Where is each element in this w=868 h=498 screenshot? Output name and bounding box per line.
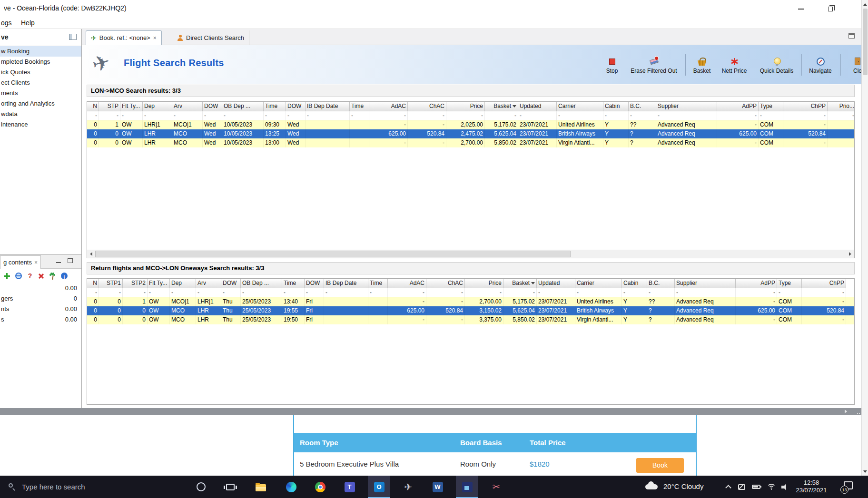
taskbar-search[interactable]: Type here to search: [22, 483, 85, 491]
filter-cell[interactable]: -: [518, 111, 557, 120]
scroll-right-icon[interactable]: [846, 250, 854, 258]
column-header[interactable]: Price: [465, 279, 503, 288]
column-header[interactable]: Time: [282, 279, 305, 288]
column-header[interactable]: B.C.: [647, 279, 675, 288]
battery-button[interactable]: [750, 476, 762, 498]
column-header[interactable]: Time: [368, 279, 388, 288]
column-header[interactable]: OB Dep ...: [222, 102, 264, 111]
column-header[interactable]: Basket: [503, 279, 537, 288]
scroll-right-icon[interactable]: [845, 410, 847, 413]
tab-direct-clients-search[interactable]: Direct Clients Search: [172, 30, 249, 45]
scrollbar-thumb[interactable]: [863, 9, 868, 75]
column-header[interactable]: Arv: [172, 102, 203, 111]
sidebar-item-new-booking[interactable]: w Booking: [0, 46, 81, 57]
column-header[interactable]: DOW: [221, 279, 241, 288]
collapse-panel-icon[interactable]: [69, 34, 77, 40]
column-header[interactable]: Time: [350, 102, 369, 111]
filter-cell[interactable]: -: [575, 288, 622, 297]
column-header[interactable]: STP: [99, 102, 120, 111]
column-header[interactable]: AdAC: [369, 102, 408, 111]
palm-tree-icon[interactable]: [49, 273, 56, 280]
filter-cell[interactable]: -: [324, 288, 368, 297]
sidebar-item-quick-quotes[interactable]: ick Quotes: [0, 67, 81, 78]
filter-cell[interactable]: -: [172, 111, 203, 120]
filter-cell[interactable]: -: [99, 111, 120, 120]
column-header[interactable]: Updated: [518, 102, 557, 111]
column-header[interactable]: Arv: [196, 279, 221, 288]
nett-price-button[interactable]: Nett Price: [713, 56, 756, 74]
menu-item-logs[interactable]: ogs: [1, 19, 12, 27]
filter-cell[interactable]: -: [305, 288, 324, 297]
word-button[interactable]: W: [426, 476, 449, 498]
filter-cell[interactable]: -: [87, 111, 99, 120]
filter-cell[interactable]: -: [802, 288, 846, 297]
close-tab-icon[interactable]: ×: [34, 260, 38, 265]
scroll-down-icon[interactable]: [862, 468, 868, 475]
filter-cell[interactable]: -: [656, 111, 717, 120]
book-button[interactable]: Book: [636, 458, 684, 473]
filter-cell[interactable]: -: [557, 111, 603, 120]
column-header[interactable]: IB Dep Date: [324, 279, 368, 288]
column-header[interactable]: ChPP: [783, 102, 828, 111]
scroll-up-icon[interactable]: [862, 1, 868, 8]
filter-cell[interactable]: -: [148, 288, 170, 297]
column-header[interactable]: Flt Ty...: [120, 102, 143, 111]
sidebar-item-direct-clients[interactable]: ect Clients: [0, 78, 81, 88]
horizontal-scrollbar[interactable]: [87, 250, 854, 258]
bottom-scrollbar[interactable]: [0, 408, 861, 415]
flight-result-row[interactable]: 001OWMCO|1LHR|1Thu25/05/202313:40Fri--2,…: [87, 297, 855, 306]
tab-booking-ref[interactable]: Book. ref.: <none> ×: [86, 30, 162, 45]
column-header[interactable]: ChPP: [802, 279, 846, 288]
filter-cell[interactable]: -: [485, 111, 518, 120]
tabstrip-minimize-icon[interactable]: [848, 33, 855, 39]
column-header[interactable]: Flt Ty...: [148, 279, 170, 288]
filter-cell[interactable]: -: [123, 288, 148, 297]
filter-cell[interactable]: -: [120, 111, 143, 120]
sidebar-item-documents[interactable]: ments: [0, 88, 81, 98]
flight-result-row[interactable]: 01OWLHR|1MCO|1Wed10/05/202309:30Wed--2,0…: [87, 120, 855, 129]
flight-result-row[interactable]: 00OWLHRMCOWed10/05/202313:25Wed625.00520…: [87, 129, 855, 138]
filter-cell[interactable]: -: [282, 288, 305, 297]
column-header[interactable]: Updated: [537, 279, 575, 288]
column-header[interactable]: ChAC: [426, 279, 465, 288]
filter-cell[interactable]: -: [603, 111, 629, 120]
column-header[interactable]: N: [87, 279, 99, 288]
minimize-button[interactable]: [790, 0, 812, 18]
column-header[interactable]: IB Dep Date: [306, 102, 350, 111]
filter-cell[interactable]: -: [759, 111, 783, 120]
filter-cell[interactable]: -: [828, 111, 855, 120]
filter-cell[interactable]: -: [306, 111, 350, 120]
resize-grip[interactable]: [856, 410, 860, 414]
filter-cell[interactable]: -: [99, 288, 123, 297]
column-header[interactable]: DOW: [286, 102, 306, 111]
menu-item-help[interactable]: Help: [21, 19, 35, 27]
task-view-button[interactable]: [219, 476, 241, 498]
sidebar-item-rawdata[interactable]: wdata: [0, 109, 81, 119]
column-header[interactable]: AdPP: [736, 279, 777, 288]
filter-cell[interactable]: -: [221, 288, 241, 297]
snipping-tool-button[interactable]: [485, 476, 507, 498]
volume-button[interactable]: [779, 476, 791, 498]
outlook-button[interactable]: O: [368, 476, 390, 498]
filter-cell[interactable]: -: [196, 288, 221, 297]
navigate-button[interactable]: Navigate: [802, 56, 838, 74]
column-header[interactable]: Carrier: [575, 279, 622, 288]
filter-cell[interactable]: -: [647, 288, 675, 297]
erase-filtered-out-button[interactable]: Erase Filtered Out: [625, 56, 682, 74]
travel-app-button[interactable]: [397, 476, 419, 498]
flight-result-row[interactable]: 000OWMCOLHRThu25/05/202319:55Fri625.0052…: [87, 306, 855, 315]
column-header[interactable]: Basket: [485, 102, 518, 111]
filter-cell[interactable]: -: [465, 288, 503, 297]
globe-icon[interactable]: [15, 273, 22, 279]
close-tab-icon[interactable]: ×: [153, 35, 157, 41]
teams-button[interactable]: T: [338, 476, 361, 498]
filter-cell[interactable]: -: [408, 111, 446, 120]
column-header[interactable]: ChAC: [408, 102, 446, 111]
column-header[interactable]: Cabin: [622, 279, 647, 288]
cortana-button[interactable]: [190, 476, 212, 498]
column-header[interactable]: Type: [777, 279, 802, 288]
column-header[interactable]: DOW: [305, 279, 324, 288]
column-header[interactable]: Dep: [170, 279, 196, 288]
filter-cell[interactable]: -: [675, 288, 736, 297]
clock-button[interactable]: 12:58 23/07/2021: [792, 479, 831, 494]
